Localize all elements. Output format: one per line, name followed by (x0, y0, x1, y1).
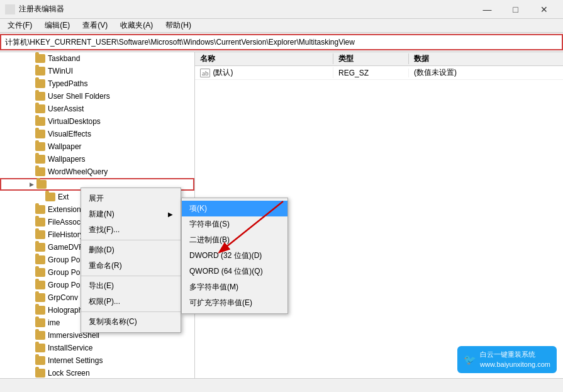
status-bar (0, 378, 563, 392)
folder-icon (35, 268, 45, 277)
cell-type: REG_SZ (333, 69, 409, 77)
tree-item-label: Ext (58, 193, 69, 201)
folder-icon (35, 293, 45, 302)
maximize-button[interactable]: □ (501, 0, 530, 19)
tree-item-label: TWinUI (48, 67, 73, 76)
tree-item-label: Lock Screen (48, 369, 90, 378)
folder-icon (35, 281, 45, 289)
submenu-item[interactable]: QWORD (64 位值)(Q) (182, 264, 287, 279)
minimize-button[interactable]: — (473, 0, 501, 19)
tree-item-label: UserAssist (48, 104, 84, 113)
submenu-item[interactable]: 多字符串值(M) (182, 279, 287, 295)
folder-icon (35, 356, 45, 365)
tree-item-label: WordWheelQuery (48, 167, 108, 176)
tree-item[interactable]: Taskband (0, 52, 194, 65)
title-bar: 注册表编辑器 — □ ✕ (0, 0, 563, 19)
tree-item[interactable]: Wallpapers (0, 153, 194, 165)
folder-icon (35, 130, 45, 138)
tree-item[interactable]: Lock Screen (0, 367, 194, 378)
bird-icon: 🐦 (464, 354, 476, 366)
folder-icon (35, 92, 45, 101)
folder-icon (35, 331, 45, 340)
address-bar[interactable]: 计算机\HKEY_CURRENT_USER\Software\Microsoft… (0, 34, 563, 50)
context-menu-item[interactable]: 导出(E) (81, 278, 181, 294)
context-menu-item[interactable]: 新建(N)▶ (81, 206, 181, 222)
folder-icon (35, 369, 45, 378)
cell-name: ab(默认) (195, 67, 333, 78)
context-menu: 展开新建(N)▶查找(F)...删除(D)重命名(R)导出(E)权限(P)...… (81, 188, 181, 333)
tree-item-label: Wallpapers (48, 155, 86, 164)
col-name: 名称 (195, 53, 333, 64)
tree-item[interactable]: TypedPaths (0, 77, 194, 90)
tree-item[interactable]: VisualEffects (0, 128, 194, 140)
tree-item-label: ime (48, 318, 60, 327)
title-controls: — □ ✕ (473, 0, 558, 19)
tree-item[interactable]: UserAssist (0, 103, 194, 115)
tree-item[interactable]: User Shell Folders (0, 90, 194, 103)
submenu: 项(K)字符串值(S)二进制值(B)DWORD (32 位值)(D)QWORD … (181, 198, 288, 314)
col-type: 类型 (333, 53, 409, 64)
folder-icon (35, 117, 45, 126)
folder-icon (35, 230, 45, 239)
tree-item-label: Extensions (48, 205, 85, 214)
folder-icon (35, 205, 45, 214)
menu-separator (81, 311, 181, 312)
folder-icon (35, 142, 45, 151)
cell-data: (数值未设置) (409, 67, 563, 78)
tree-item-label: VirtualDesktops (48, 117, 101, 126)
menu-favorites[interactable]: 收藏夹(A) (115, 19, 158, 32)
menu-separator (81, 276, 181, 276)
context-menu-item[interactable]: 复制项名称(C) (81, 314, 181, 330)
address-text: 计算机\HKEY_CURRENT_USER\Software\Microsoft… (5, 37, 355, 48)
ab-icon: ab (200, 69, 210, 77)
submenu-item[interactable]: 二进制值(B) (182, 232, 287, 248)
tree-item-label: Internet Settings (48, 356, 103, 365)
folder-icon (35, 54, 45, 63)
window-title: 注册表编辑器 (19, 4, 473, 14)
tree-item-label: FileHistory (48, 230, 84, 239)
folder-icon (35, 255, 45, 264)
menu-help[interactable]: 帮助(H) (160, 19, 196, 32)
submenu-item[interactable]: 项(K) (182, 201, 287, 216)
menu-file[interactable]: 文件(F) (3, 19, 37, 32)
folder-icon (35, 104, 45, 113)
tree-item[interactable]: TWinUI (0, 65, 194, 77)
tree-item-label: Wallpaper (48, 142, 82, 151)
context-menu-item[interactable]: 查找(F)... (81, 222, 181, 238)
expand-arrow-icon[interactable]: ▶ (26, 179, 36, 189)
menu-view[interactable]: 查看(V) (77, 19, 113, 32)
submenu-item[interactable]: 可扩充字符串值(E) (182, 295, 287, 311)
submenu-item[interactable]: DWORD (32 位值)(D) (182, 248, 287, 264)
watermark-text: 白云一键重装系统 www.baiyunxitong.com (480, 350, 550, 369)
folder-icon (35, 306, 45, 315)
folder-icon (35, 167, 45, 176)
right-header: 名称 类型 数据 (195, 52, 563, 66)
menu-separator (81, 240, 181, 240)
context-menu-item[interactable]: 权限(P)... (81, 294, 181, 310)
folder-icon (45, 193, 55, 201)
folder-icon (35, 243, 45, 252)
folder-icon (35, 344, 45, 352)
tree-item[interactable]: Wallpaper (0, 140, 194, 153)
context-menu-item[interactable]: 重命名(R) (81, 258, 181, 274)
context-menu-item[interactable]: 展开 (81, 191, 181, 206)
tree-item-label: User Shell Folders (48, 92, 110, 101)
tree-item-label: GameDVR (48, 243, 84, 252)
submenu-item[interactable]: 字符串值(S) (182, 216, 287, 232)
app-icon (5, 4, 15, 14)
right-row[interactable]: ab(默认)REG_SZ(数值未设置) (195, 66, 563, 80)
tree-item[interactable]: InstallService (0, 342, 194, 354)
watermark: 🐦 白云一键重装系统 www.baiyunxitong.com (457, 346, 557, 373)
tree-item[interactable]: Internet Settings (0, 354, 194, 367)
context-menu-item[interactable]: 删除(D) (81, 242, 181, 258)
folder-icon (35, 155, 45, 164)
folder-icon (36, 180, 47, 189)
tree-item-label: Taskband (48, 54, 80, 63)
submenu-arrow-icon: ▶ (168, 211, 173, 218)
tree-item[interactable]: VirtualDesktops (0, 115, 194, 128)
tree-item-label: TypedPaths (48, 79, 87, 88)
tree-item[interactable]: WordWheelQuery (0, 165, 194, 178)
menu-bar: 文件(F) 编辑(E) 查看(V) 收藏夹(A) 帮助(H) (0, 19, 563, 33)
close-button[interactable]: ✕ (530, 0, 558, 19)
menu-edit[interactable]: 编辑(E) (40, 19, 75, 32)
